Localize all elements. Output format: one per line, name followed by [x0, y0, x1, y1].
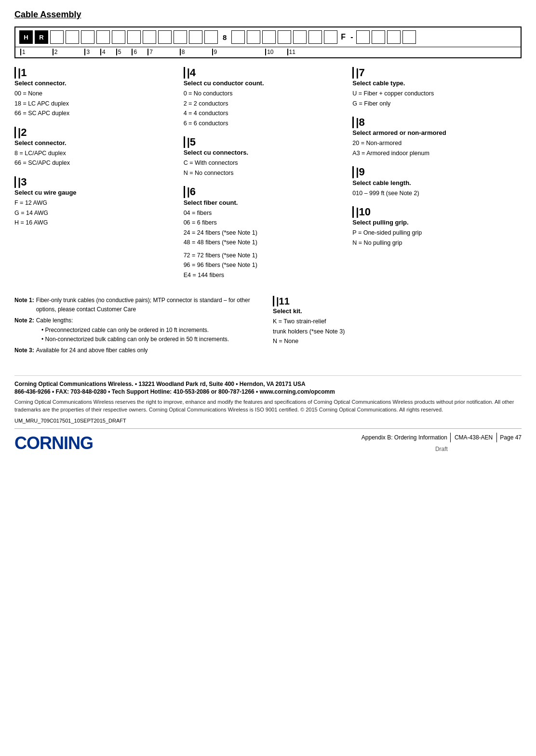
pn-cell-blank-6	[127, 30, 141, 44]
note-3-line: Note 3: Available for 24 and above fiber…	[14, 346, 263, 355]
note-2-sub1: • Preconnectorized cable can only be ord…	[41, 326, 263, 335]
section-9-opt-0: 010 – 999 ft (see Note 2)	[352, 189, 512, 198]
tick-1: 1	[20, 49, 26, 55]
section-11-area: |11 Select kit. K = Two strain-relief tr…	[273, 296, 522, 356]
section-8: |8 Select armored or non-armored 20 = No…	[352, 117, 512, 158]
section-11-opt-1: trunk holders (*see Note 3)	[273, 328, 522, 336]
section-11-title: Select kit.	[273, 307, 522, 315]
section-1: |1 Select connector. 00 = None 18 = LC A…	[14, 67, 174, 118]
section-9: |9 Select cable length. 010 – 999 ft (se…	[352, 166, 512, 198]
section-3-opt-0: F = 12 AWG	[14, 199, 174, 208]
footer-disclaimer: Corning Optical Communications Wireless …	[14, 398, 522, 414]
tick-8: 8	[180, 49, 185, 55]
section-8-opt-1: A3 = Armored indoor plenum	[352, 149, 512, 158]
footer-label-row: Appendix B: Ordering Information CMA-438…	[362, 433, 522, 442]
pn-cell-blank-9	[174, 30, 187, 44]
section-1-opt-0: 00 = None	[14, 90, 174, 98]
pn-cell-blank-19	[356, 30, 370, 44]
section-8-opt-0: 20 = Non-armored	[352, 139, 512, 148]
section-7-opt-0: U = Fiber + copper conductors	[352, 90, 512, 98]
page-title: Cable Assembly	[14, 10, 522, 20]
pn-cell-blank-14	[262, 30, 276, 44]
section-9-title: Select cable length.	[352, 179, 512, 186]
footer-company-line2: 866-436-9266 • FAX: 703-848-0280 • Tech …	[14, 388, 522, 395]
tick-11: 11	[287, 49, 295, 55]
section-9-number: |9	[352, 166, 512, 178]
note-1-line: Note 1: Fiber-only trunk cables (no cond…	[14, 296, 263, 314]
section-11-opt-0: K = Two strain-relief	[273, 318, 522, 326]
footer-company-line1: Corning Optical Communications Wireless.…	[14, 381, 522, 387]
section-11: |11 Select kit. K = Two strain-relief tr…	[273, 296, 522, 347]
pn-cell-blank-5	[112, 30, 125, 44]
section-4: |4 Select cu conductor count. 0 = No con…	[184, 67, 343, 128]
pn-cell-blank-20	[372, 30, 385, 44]
section-6: |6 Select fiber count. 04 = fibers 06 = …	[184, 186, 343, 279]
section-6-opt-5: 96 = 96 fibers (*see Note 1)	[184, 261, 343, 270]
pn-separator-dash: -	[349, 33, 354, 41]
tick-2: 2	[53, 49, 58, 55]
section-2-opt-0: 8 = LC/APC duplex	[14, 149, 174, 158]
pn-top-row: H R 8 F -	[15, 27, 521, 47]
pn-cell-blank-1	[50, 30, 64, 44]
note-2-label: Note 2:	[14, 316, 34, 325]
section-5-opt-0: C = With connectors	[184, 159, 343, 168]
footer-right-info: Appendix B: Ordering Information CMA-438…	[362, 433, 522, 454]
note-2-sub2: • Non-connectorized bulk cabling can onl…	[41, 335, 263, 344]
pn-cell-blank-12	[231, 30, 245, 44]
tick-3: 3	[84, 49, 90, 55]
part-number-diagram: H R 8 F - 1 2 3 4	[14, 27, 522, 58]
section-3-number: |3	[14, 176, 174, 188]
pn-cell-blank-10	[189, 30, 202, 44]
pn-cell-blank-4	[96, 30, 110, 44]
section-4-title: Select cu conductor count.	[184, 80, 343, 87]
note-2-line: Note 2: Cable lengths:	[14, 316, 263, 325]
section-7-opt-1: G = Fiber only	[352, 100, 512, 108]
pn-cell-blank-7	[143, 30, 156, 44]
section-4-number: |4	[184, 67, 343, 79]
tick-labels-row: 1 2 3 4 5 6 7 8 9 10 11	[15, 47, 521, 57]
footer-draft-label: Draft	[362, 444, 522, 454]
tick-7: 7	[147, 49, 153, 55]
footer-area: Corning Optical Communications Wireless.…	[14, 375, 522, 454]
notes-left: Note 1: Fiber-only trunk cables (no cond…	[14, 296, 263, 356]
section-5-number: |5	[184, 136, 343, 148]
section-6-number: |6	[184, 186, 343, 198]
section-10: |10 Select pulling grip. P = One-sided p…	[352, 206, 512, 247]
section-6-opt-4: 72 = 72 fibers (*see Note 1)	[184, 252, 343, 260]
pn-cell-blank-11	[204, 30, 218, 44]
section-4-opt-2: 4 = 4 conductors	[184, 109, 343, 118]
section-2-title: Select connector.	[14, 139, 174, 146]
section-5-opt-1: N = No connectors	[184, 169, 343, 178]
pn-cell-blank-3	[81, 30, 94, 44]
section-6-opt-2: 24 = 24 fibers (*see Note 1)	[184, 229, 343, 238]
pn-cell-blank-18	[324, 30, 337, 44]
pn-cell-blank-15	[278, 30, 291, 44]
pn-cell-blank-16	[293, 30, 307, 44]
section-11-number: |11	[273, 296, 522, 306]
section-7: |7 Select cable type. U = Fiber + copper…	[352, 67, 512, 108]
footer-bottom: CORNING Appendix B: Ordering Information…	[14, 428, 522, 454]
tick-10: 10	[265, 49, 273, 55]
pn-cell-blank-13	[247, 30, 260, 44]
section-2-opt-1: 66 = SC/APC duplex	[14, 159, 174, 168]
footer-label-page: Page 47	[500, 433, 522, 442]
section-5-title: Select cu connectors.	[184, 149, 343, 156]
section-10-opt-0: P = One-sided pulling grip	[352, 229, 512, 238]
main-content: |1 Select connector. 00 = None 18 = LC A…	[14, 67, 522, 288]
section-1-title: Select connector.	[14, 80, 174, 87]
section-4-opt-0: 0 = No conductors	[184, 90, 343, 98]
note-1-text: Fiber-only trunk cables (no conductive p…	[36, 296, 263, 314]
section-6-title: Select fiber count.	[184, 199, 343, 206]
section-8-number: |8	[352, 117, 512, 128]
footer-label-appendix: Appendix B: Ordering Information	[362, 433, 447, 442]
section-6-opt-3: 48 = 48 fibers (*see Note 1)	[184, 239, 343, 247]
section-11-opt-2: N = None	[273, 337, 522, 346]
note-3-label: Note 3:	[14, 346, 34, 355]
pn-cell-blank-8	[158, 30, 172, 44]
section-10-number: |10	[352, 206, 512, 218]
section-3-title: Select cu wire gauge	[14, 189, 174, 196]
section-4-opt-1: 2 = 2 conductors	[184, 100, 343, 108]
section-2-number: |2	[14, 127, 174, 138]
section-3-opt-2: H = 16 AWG	[14, 219, 174, 227]
column-1: |1 Select connector. 00 = None 18 = LC A…	[14, 67, 184, 288]
